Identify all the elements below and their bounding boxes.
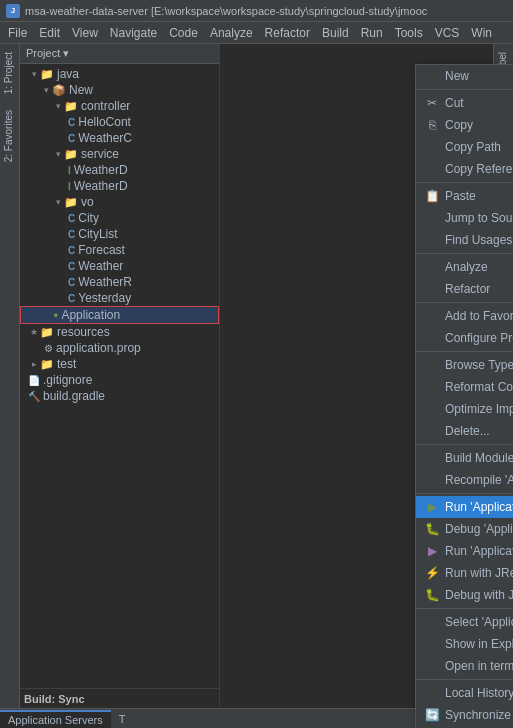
ctx-item-recompile[interactable]: Recompile 'Application.java' Ctrl+Shift+… [416, 469, 513, 491]
ctx-item-paste[interactable]: 📋 Paste Ctrl+V [416, 185, 513, 207]
ctx-item-browse-hierarchy[interactable]: Browse Type Hierarchy F4 [416, 354, 513, 376]
ctx-label: Copy Path [445, 140, 513, 154]
menu-refactor[interactable]: Refactor [259, 24, 316, 42]
folder-icon: 📁 [64, 148, 78, 161]
menu-code[interactable]: Code [163, 24, 204, 42]
ctx-item-select[interactable]: Select 'Application' [416, 611, 513, 633]
ctx-item-synchronize[interactable]: 🔄 Synchronize 'Application.java' [416, 704, 513, 726]
tree-item-weather[interactable]: C Weather [20, 258, 219, 274]
menu-tools[interactable]: Tools [389, 24, 429, 42]
gradle-icon: 🔨 [28, 391, 40, 402]
recompile-icon [424, 472, 440, 488]
menu-run[interactable]: Run [355, 24, 389, 42]
tree-item-weatherc[interactable]: C WeatherC [20, 130, 219, 146]
tree-item-gitignore[interactable]: 📄 .gitignore [20, 372, 219, 388]
ctx-item-debug-application[interactable]: 🐛 Debug 'Application' [416, 518, 513, 540]
menu-vcs[interactable]: VCS [429, 24, 466, 42]
tree-label: WeatherD [74, 179, 128, 193]
file-icon: 📄 [28, 375, 40, 386]
ctx-item-find-usages[interactable]: Find Usages Ctrl+G [416, 229, 513, 251]
ctx-item-show-explorer[interactable]: Show in Explorer [416, 633, 513, 655]
ctx-item-delete[interactable]: Delete... Delete [416, 420, 513, 442]
ctx-item-refactor[interactable]: Refactor ▶ [416, 278, 513, 300]
tree-item-weatherd1[interactable]: I WeatherD [20, 162, 219, 178]
tree-label: test [57, 357, 76, 371]
ctx-item-configure-subset[interactable]: Configure Project Subset... [416, 327, 513, 349]
tree-label: WeatherD [74, 163, 128, 177]
ctx-item-jump-source[interactable]: Jump to Source F12 [416, 207, 513, 229]
tree-label: WeatherR [78, 275, 132, 289]
tree-arrow: ▾ [52, 196, 64, 208]
ctx-item-run-jrebel[interactable]: ⚡ Run with JRebel 'Application' [416, 562, 513, 584]
tree-item-weatherr[interactable]: C WeatherR [20, 274, 219, 290]
ctx-item-copy-reference[interactable]: Copy Reference Ctrl+Alt+Shift+C [416, 158, 513, 180]
ctx-item-local-history[interactable]: Local History ▶ [416, 682, 513, 704]
new-icon [424, 68, 440, 84]
tree-item-appprops[interactable]: ⚙ application.prop [20, 340, 219, 356]
tree-item-forecast[interactable]: C Forecast [20, 242, 219, 258]
ctx-item-add-favorites[interactable]: Add to Favorites [416, 305, 513, 327]
ctx-item-debug-jrebel[interactable]: 🐛 Debug with JRebel 'Application' [416, 584, 513, 606]
tree-item-city[interactable]: C City [20, 210, 219, 226]
ctx-divider [416, 608, 513, 609]
tree-item-buildgradle[interactable]: 🔨 build.gradle [20, 388, 219, 404]
left-side-tabs: 1: Project 2: Favorites [0, 44, 20, 728]
ctx-item-build-module[interactable]: Build Module 'msa-weather-data-server_ma… [416, 447, 513, 469]
tree-item-controller[interactable]: ▾ 📁 controller [20, 98, 219, 114]
package-icon: 📦 [52, 84, 66, 97]
sidebar-tab-favorites[interactable]: 2: Favorites [0, 102, 19, 170]
tree-item-yesterday[interactable]: C Yesterday [20, 290, 219, 306]
coverage-icon: ▶ [424, 543, 440, 559]
copy-icon: ⎘ [424, 117, 440, 133]
tree-item-vo[interactable]: ▾ 📁 vo [20, 194, 219, 210]
bottom-tab-t[interactable]: T [111, 711, 134, 727]
cut-icon: ✂ [424, 95, 440, 111]
ctx-item-cut[interactable]: ✂ Cut Ctrl+X [416, 92, 513, 114]
tree-label: java [57, 67, 79, 81]
project-panel-header[interactable]: Project ▾ [20, 44, 219, 64]
app-icon: J [6, 4, 20, 18]
tree-item-citylist[interactable]: C CityList [20, 226, 219, 242]
ctx-item-reformat[interactable]: Reformat Code Ctrl+Alt+L [416, 376, 513, 398]
ctx-item-copy-path[interactable]: Copy Path Ctrl+Shift+C [416, 136, 513, 158]
menu-build[interactable]: Build [316, 24, 355, 42]
build-icon [424, 450, 440, 466]
menu-edit[interactable]: Edit [33, 24, 66, 42]
tree-label: application.prop [56, 341, 141, 355]
ctx-label: Recompile 'Application.java' [445, 473, 513, 487]
ctx-item-optimize[interactable]: Optimize Imports Ctrl+Alt+O [416, 398, 513, 420]
ctx-item-run-application[interactable]: ▶ Run 'Application' Ctrl+Shift+F10 [416, 496, 513, 518]
ctx-item-analyze[interactable]: Analyze ▶ [416, 256, 513, 278]
tree-item-service[interactable]: ▾ 📁 service [20, 146, 219, 162]
menu-win[interactable]: Win [465, 24, 498, 42]
tree-item-test[interactable]: ▸ 📁 test [20, 356, 219, 372]
paste-icon: 📋 [424, 188, 440, 204]
refactor-icon [424, 281, 440, 297]
tree-label: vo [81, 195, 94, 209]
reformat-icon [424, 379, 440, 395]
tree-arrow: ▾ [52, 100, 64, 112]
ctx-item-open-terminal[interactable]: Open in terminal [416, 655, 513, 677]
menu-view[interactable]: View [66, 24, 104, 42]
project-panel: Project ▾ ▾ 📁 java ▾ 📦 New ▾ 📁 controlle… [20, 44, 220, 728]
menu-file[interactable]: File [2, 24, 33, 42]
ctx-item-run-coverage[interactable]: ▶ Run 'Application' with Coverage [416, 540, 513, 562]
ctx-item-copy[interactable]: ⎘ Copy Ctrl+C [416, 114, 513, 136]
class-icon: C [68, 293, 75, 304]
menu-analyze[interactable]: Analyze [204, 24, 259, 42]
menu-navigate[interactable]: Navigate [104, 24, 163, 42]
ctx-item-new[interactable]: New ▶ [416, 65, 513, 87]
sidebar-tab-project[interactable]: 1: Project [0, 44, 19, 102]
tree-item-java[interactable]: ▾ 📁 java [20, 66, 219, 82]
delete-icon [424, 423, 440, 439]
tree-item-application[interactable]: ● Application [20, 306, 219, 324]
ctx-label: New [445, 69, 513, 83]
tree-item-resources[interactable]: ★ 📁 resources [20, 324, 219, 340]
tree-item-hellocont[interactable]: C HelloCont [20, 114, 219, 130]
ctx-label: Add to Favorites [445, 309, 513, 323]
ctx-label: Refactor [445, 282, 513, 296]
bottom-tab-app-servers[interactable]: Application Servers [0, 710, 111, 728]
tree-item-com-study[interactable]: ▾ 📦 New [20, 82, 219, 98]
ctx-label: Debug 'Application' [445, 522, 513, 536]
tree-item-weatherd2[interactable]: I WeatherD [20, 178, 219, 194]
